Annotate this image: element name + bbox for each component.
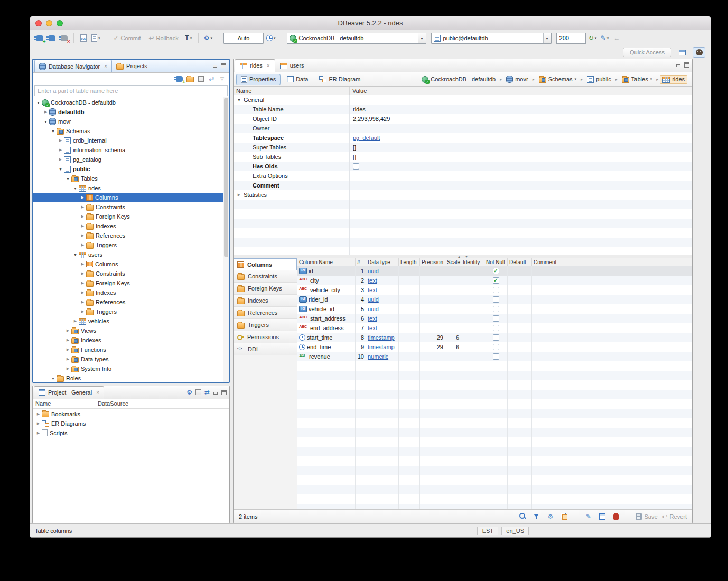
grid-header-identity[interactable]: Identity <box>461 258 484 266</box>
checkbox-unchecked-icon[interactable] <box>493 353 499 360</box>
data-type-link[interactable]: text <box>368 277 377 284</box>
connect-to-database-button[interactable] <box>175 74 184 83</box>
editor-tab-rides[interactable]: rides × <box>235 59 275 72</box>
scrollbar-thumb[interactable] <box>224 98 228 257</box>
twistie-icon[interactable]: ▶ <box>236 193 242 197</box>
tree-item-columns[interactable]: ▶Columns <box>33 259 229 269</box>
tree-item-foreign-keys[interactable]: ▶Foreign Keys <box>33 212 229 221</box>
twistie-icon[interactable]: ▼ <box>72 186 79 190</box>
column-row-end-address[interactable]: end_address7text <box>297 323 692 333</box>
twistie-icon[interactable]: ▶ <box>64 329 71 333</box>
refresh-button[interactable]: ↻▾ <box>587 32 598 44</box>
property-group-statistics[interactable]: ▶Statistics <box>234 190 692 200</box>
column-row-start-time[interactable]: start_time8timestamp296 <box>297 333 692 342</box>
twistie-icon[interactable]: ▶ <box>64 338 71 342</box>
minimize-panel-icon[interactable] <box>213 390 218 395</box>
side-tab-indexes[interactable]: Indexes <box>234 295 297 307</box>
maximize-panel-icon[interactable] <box>684 62 689 68</box>
checkbox-unchecked-icon[interactable] <box>493 325 499 331</box>
checkbox-unchecked-icon[interactable] <box>353 163 359 170</box>
project-item-bookmarks[interactable]: ▶Bookmarks <box>33 409 229 419</box>
tab-projects[interactable]: Projects <box>112 60 152 72</box>
tree-item-indexes[interactable]: ▶Indexes <box>33 288 229 297</box>
connect-button[interactable] <box>46 32 57 44</box>
minimize-window-button[interactable] <box>46 20 52 26</box>
tree-item-system-info[interactable]: ▶System Info <box>33 364 229 373</box>
navigate-back-button[interactable]: ← <box>612 32 622 44</box>
tree-item-pg-catalog[interactable]: ▶pg_catalog <box>33 155 229 164</box>
side-tab-permissions[interactable]: Permissions <box>234 331 297 343</box>
view-tab-data[interactable]: Data <box>282 74 313 85</box>
tree-item-constraints[interactable]: ▶Constraints <box>33 202 229 212</box>
new-folder-button[interactable] <box>185 74 195 83</box>
checkbox-checked-icon[interactable] <box>493 268 499 274</box>
twistie-icon[interactable]: ▼ <box>236 98 242 102</box>
twistie-icon[interactable]: ▶ <box>79 271 86 276</box>
column-row-revenue[interactable]: revenue10numeric <box>297 352 692 361</box>
grid-delete-button[interactable] <box>611 512 620 521</box>
property-row-comment[interactable]: Comment <box>234 181 692 190</box>
tree-item-indexes[interactable]: ▶Indexes <box>33 221 229 231</box>
twistie-icon[interactable]: ▼ <box>57 167 64 171</box>
tree-item-columns[interactable]: ▶Columns <box>33 193 229 202</box>
dbeaver-perspective-button[interactable] <box>693 47 705 58</box>
minimize-panel-icon[interactable] <box>212 63 218 68</box>
checkbox-unchecked-icon[interactable] <box>493 344 499 350</box>
close-tab-icon[interactable]: × <box>104 63 107 69</box>
twistie-icon[interactable]: ▶ <box>42 110 49 114</box>
minimize-panel-icon[interactable] <box>676 62 681 68</box>
property-row-extra-options[interactable]: Extra Options <box>234 171 692 181</box>
data-type-link[interactable]: timestamp <box>368 344 395 350</box>
side-tab-references[interactable]: References <box>234 307 297 319</box>
column-header-datasource[interactable]: DataSource <box>95 400 128 407</box>
tree-item-triggers[interactable]: ▶Triggers <box>33 240 229 250</box>
column-row-vehicle-id[interactable]: vehicle_id5uuid <box>297 304 692 314</box>
tab-database-navigator[interactable]: Database Navigator × <box>34 60 112 72</box>
twistie-icon[interactable]: ▶ <box>79 281 86 285</box>
side-tab-ddl[interactable]: DDL <box>234 343 297 355</box>
twistie-icon[interactable]: ▶ <box>79 233 86 238</box>
breadcrumb-item-cockroachdb-defaultdb[interactable]: CockroachDB - defaultdb <box>419 75 498 84</box>
twistie-icon[interactable]: ▶ <box>79 290 86 295</box>
tree-item-vehicles[interactable]: ▶vehicles <box>33 316 229 326</box>
twistie-icon[interactable]: ▼ <box>72 253 79 257</box>
tree-item-schemas[interactable]: ▼Schemas <box>33 126 229 136</box>
tree-item-constraints[interactable]: ▶Constraints <box>33 269 229 278</box>
commit-button[interactable]: ✓Commit <box>110 32 144 44</box>
gear-icon[interactable]: ⚙ <box>186 389 192 396</box>
grid-header-precision[interactable]: Precision <box>420 258 445 266</box>
property-row-super-tables[interactable]: Super Tables[] <box>234 143 692 152</box>
grid-header-num[interactable]: # <box>356 258 366 266</box>
property-row-owner[interactable]: Owner <box>234 124 692 133</box>
disconnect-button[interactable] <box>59 32 69 44</box>
column-row-city[interactable]: city2text <box>297 276 692 285</box>
side-tab-columns[interactable]: Columns <box>234 258 297 270</box>
checkbox-unchecked-icon[interactable] <box>493 334 499 341</box>
checkbox-unchecked-icon[interactable] <box>493 296 499 303</box>
twistie-icon[interactable]: ▶ <box>35 412 42 416</box>
twistie-icon[interactable]: ▶ <box>79 224 86 228</box>
grid-search-button[interactable] <box>518 512 527 521</box>
twistie-icon[interactable]: ▼ <box>50 377 57 380</box>
side-tab-triggers[interactable]: Triggers <box>234 319 297 331</box>
side-tab-foreign-keys[interactable]: Foreign Keys <box>234 283 297 295</box>
twistie-icon[interactable]: ▶ <box>57 148 64 152</box>
checkbox-checked-icon[interactable] <box>493 277 499 284</box>
tree-item-functions[interactable]: ▶Functions <box>33 345 229 354</box>
view-tab-er-diagram[interactable]: ER Diagram <box>314 74 365 85</box>
grid-export-button[interactable] <box>559 512 568 521</box>
column-row-vehicle-city[interactable]: vehicle_city3text <box>297 285 692 295</box>
property-row-table-name[interactable]: Table Namerides <box>234 105 692 114</box>
splitter[interactable]: ▲ ▼ <box>234 255 692 258</box>
column-row-rider-id[interactable]: rider_id4uuid <box>297 295 692 304</box>
tree-item-references[interactable]: ▶References <box>33 231 229 240</box>
tree-item-information-schema[interactable]: ▶information_schema <box>33 145 229 155</box>
data-type-link[interactable]: timestamp <box>368 334 395 341</box>
column-header-name[interactable]: Name <box>33 399 95 408</box>
checkbox-unchecked-icon[interactable] <box>493 315 499 322</box>
column-row-start-address[interactable]: start_address6text <box>297 314 692 323</box>
collapse-all-button[interactable] <box>197 74 206 83</box>
twistie-icon[interactable]: ▶ <box>72 319 79 323</box>
properties-header-name[interactable]: Name <box>234 87 350 95</box>
connection-combo[interactable]: CockroachDB - defaultdb ▼ <box>287 33 426 44</box>
